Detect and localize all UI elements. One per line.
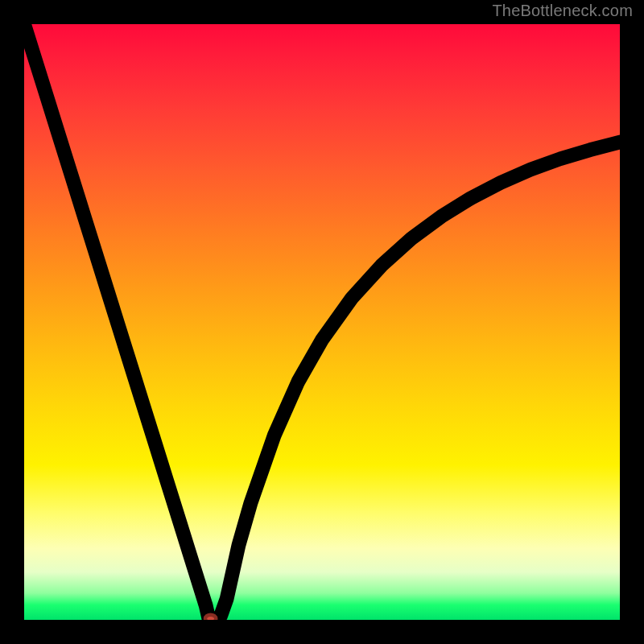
optimal-marker — [205, 615, 216, 620]
chart-container: TheBottleneck.com — [0, 0, 644, 644]
attribution-text: TheBottleneck.com — [492, 2, 633, 20]
plot-area — [24, 24, 620, 620]
curve-layer — [24, 24, 620, 620]
bottleneck-curve — [24, 24, 620, 619]
